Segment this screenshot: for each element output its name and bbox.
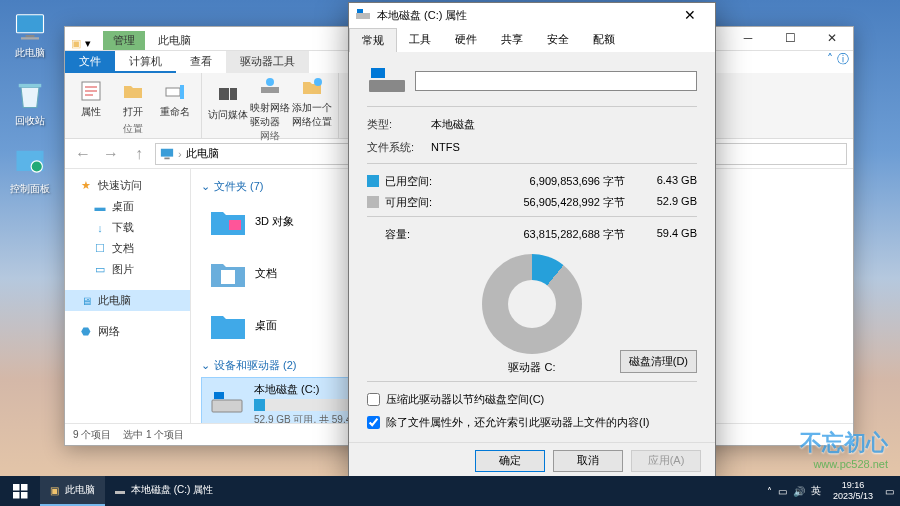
navigation-pane: ★快速访问 ▬桌面 ↓下载 ☐文档 ▭图片 🖥此电脑 ⬣网络 — [65, 169, 191, 423]
desktop-this-pc[interactable]: 此电脑 — [8, 8, 52, 60]
used-label: 已用空间: — [385, 174, 443, 189]
compress-checkbox[interactable] — [367, 393, 380, 406]
nav-back-button[interactable]: ← — [71, 142, 95, 166]
tab-view[interactable]: 查看 — [176, 51, 226, 73]
free-gb: 52.9 GB — [625, 195, 697, 210]
svg-rect-25 — [371, 68, 385, 78]
this-pc-icon: 🖥 — [79, 294, 93, 308]
drive-usage-bar — [254, 399, 354, 411]
svg-rect-2 — [21, 37, 39, 39]
free-color-swatch — [367, 196, 379, 208]
tab-quota[interactable]: 配额 — [581, 28, 627, 52]
apply-button[interactable]: 应用(A) — [631, 450, 701, 472]
tab-general[interactable]: 常规 — [349, 28, 397, 52]
tab-sharing[interactable]: 共享 — [489, 28, 535, 52]
svg-point-5 — [31, 161, 42, 172]
this-pc-icon — [160, 147, 174, 161]
qat-toggle-icon[interactable]: ▾ — [85, 37, 91, 50]
svg-rect-10 — [230, 88, 237, 100]
open-icon — [121, 79, 145, 103]
svg-rect-11 — [261, 87, 279, 93]
maximize-button[interactable]: ☐ — [769, 26, 811, 50]
cancel-button[interactable]: 取消 — [553, 450, 623, 472]
recycle-bin-icon — [12, 76, 48, 112]
svg-rect-0 — [17, 15, 44, 33]
ok-button[interactable]: 确定 — [475, 450, 545, 472]
desktop-icon-label: 回收站 — [8, 114, 52, 128]
dialog-title: 本地磁盘 (C:) 属性 — [377, 8, 671, 23]
properties-icon — [79, 79, 103, 103]
ribbon-map-drive[interactable]: 映射网络 驱动器 — [250, 75, 290, 129]
used-gb: 6.43 GB — [625, 174, 697, 189]
svg-rect-3 — [19, 84, 42, 87]
tray-ime[interactable]: 英 — [811, 484, 821, 498]
volume-label-input[interactable] — [415, 71, 697, 91]
tray-network-icon[interactable]: ▭ — [778, 486, 787, 497]
folder-icon — [209, 254, 247, 292]
taskbar-app-explorer[interactable]: ▣ 此电脑 — [40, 476, 105, 506]
nav-forward-button[interactable]: → — [99, 142, 123, 166]
tab-tools[interactable]: 工具 — [397, 28, 443, 52]
tab-computer[interactable]: 计算机 — [115, 51, 176, 73]
nav-this-pc[interactable]: 🖥此电脑 — [65, 290, 190, 311]
nav-network[interactable]: ⬣网络 — [65, 321, 190, 342]
start-button[interactable] — [0, 476, 40, 506]
media-icon — [216, 82, 240, 106]
nav-documents[interactable]: ☐文档 — [65, 238, 190, 259]
svg-rect-20 — [212, 400, 242, 412]
ribbon-access-media[interactable]: 访问媒体 — [208, 75, 248, 129]
nav-downloads[interactable]: ↓下载 — [65, 217, 190, 238]
type-value: 本地磁盘 — [431, 117, 697, 132]
tab-hardware[interactable]: 硬件 — [443, 28, 489, 52]
ribbon-open[interactable]: 打开 — [113, 75, 153, 122]
index-checkbox[interactable] — [367, 416, 380, 429]
desktop-icon-label: 此电脑 — [8, 46, 52, 60]
svg-rect-26 — [13, 484, 20, 491]
svg-rect-9 — [219, 88, 229, 100]
ribbon-add-location[interactable]: 添加一个 网络位置 — [292, 75, 332, 129]
ribbon-rename[interactable]: 重命名 — [155, 75, 195, 122]
usage-donut-chart — [482, 254, 582, 354]
chevron-down-icon: ⌄ — [201, 180, 210, 193]
help-icon[interactable]: ˄ ⓘ — [823, 51, 853, 73]
nav-desktop[interactable]: ▬桌面 — [65, 196, 190, 217]
tray-chevron-icon[interactable]: ˄ — [767, 486, 772, 497]
desktop-control-panel[interactable]: 控制面板 — [8, 144, 52, 196]
nav-pictures[interactable]: ▭图片 — [65, 259, 190, 280]
star-icon: ★ — [79, 179, 93, 193]
tab-security[interactable]: 安全 — [535, 28, 581, 52]
desktop-recycle-bin[interactable]: 回收站 — [8, 76, 52, 128]
drive-icon — [355, 7, 371, 23]
total-gb: 59.4 GB — [625, 227, 697, 242]
close-button[interactable]: ✕ — [671, 7, 709, 23]
close-button[interactable]: ✕ — [811, 26, 853, 50]
watermark: 不忘初心 www.pc528.net — [800, 428, 888, 470]
drive-large-icon — [367, 64, 415, 98]
minimize-button[interactable]: ─ — [727, 26, 769, 50]
svg-rect-8 — [180, 85, 184, 99]
desktop-icon-label: 控制面板 — [8, 182, 52, 196]
ribbon-properties[interactable]: 属性 — [71, 75, 111, 122]
add-location-icon — [300, 75, 324, 99]
taskbar-app-properties[interactable]: ▬ 本地磁盘 (C:) 属性 — [105, 476, 223, 506]
this-pc-icon — [12, 8, 48, 44]
tray-clock[interactable]: 19:16 2023/5/13 — [827, 480, 879, 502]
index-label: 除了文件属性外，还允许索引此驱动器上文件的内容(I) — [386, 415, 649, 430]
nav-quick-access[interactable]: ★快速访问 — [65, 175, 190, 196]
type-label: 类型: — [367, 117, 431, 132]
network-icon: ⬣ — [79, 325, 93, 339]
tray-notifications-icon[interactable]: ▭ — [885, 486, 894, 497]
total-label: 容量: — [385, 227, 443, 242]
tab-drive-tools[interactable]: 驱动器工具 — [226, 51, 309, 73]
disk-cleanup-button[interactable]: 磁盘清理(D) — [620, 350, 697, 373]
folder-icon — [209, 202, 247, 240]
tab-file[interactable]: 文件 — [65, 51, 115, 73]
svg-rect-23 — [357, 9, 363, 13]
svg-rect-29 — [21, 492, 28, 499]
svg-rect-22 — [356, 13, 370, 19]
used-color-swatch — [367, 175, 379, 187]
nav-up-button[interactable]: ↑ — [127, 142, 151, 166]
svg-rect-19 — [221, 270, 235, 284]
tray-volume-icon[interactable]: 🔊 — [793, 486, 805, 497]
desktop-icon: ▬ — [93, 200, 107, 214]
